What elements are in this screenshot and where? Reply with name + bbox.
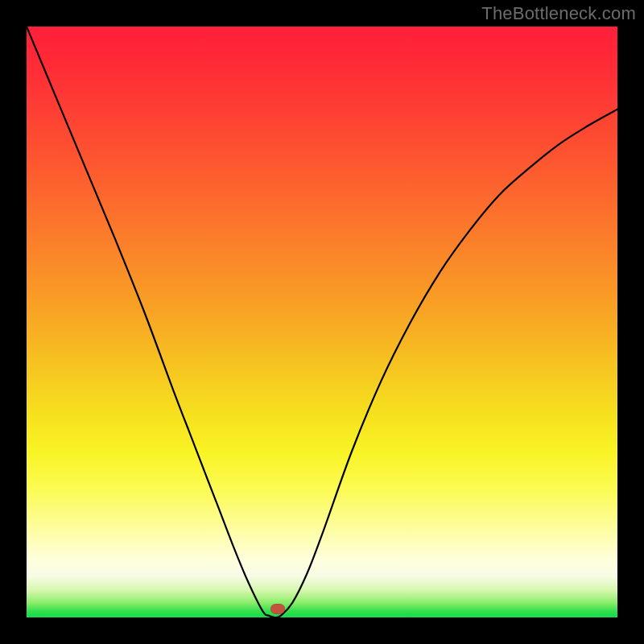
- optimal-point-marker: [270, 604, 285, 614]
- plot-area: [27, 27, 617, 617]
- chart-frame: TheBottleneck.com: [0, 0, 644, 644]
- watermark-text: TheBottleneck.com: [481, 3, 636, 24]
- bottleneck-curve: [27, 27, 617, 617]
